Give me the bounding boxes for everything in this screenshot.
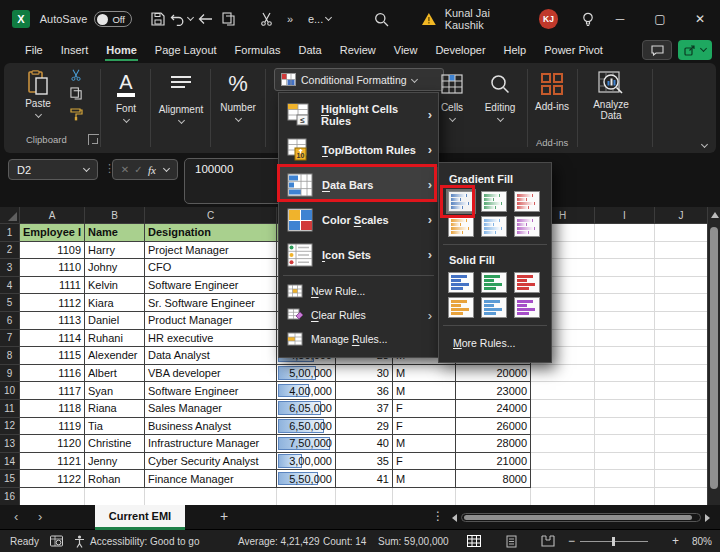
cell-F9[interactable]: M [393, 365, 456, 383]
formula-input[interactable]: 100000 [184, 158, 292, 204]
cell-J16[interactable] [655, 488, 708, 506]
tab-view[interactable]: View [385, 40, 427, 61]
cell-J8[interactable] [655, 347, 708, 365]
cell-E12[interactable]: 29 [336, 418, 393, 436]
cell-I5[interactable] [595, 294, 655, 312]
cell-H11[interactable] [531, 400, 595, 418]
cell-D15[interactable]: 5,50,000 [277, 470, 336, 488]
cell-G16[interactable] [456, 488, 531, 506]
cell-H13[interactable] [531, 435, 595, 453]
row-header-11[interactable]: 11 [0, 400, 20, 418]
cell-F13[interactable]: M [393, 435, 456, 453]
cell-A12[interactable]: 1119 [20, 418, 85, 436]
cell-I3[interactable] [595, 259, 655, 277]
copy-button[interactable] [62, 87, 90, 100]
more-rules-item[interactable]: More Rules... [439, 331, 551, 355]
row-header-10[interactable]: 10 [0, 382, 20, 400]
column-header-B[interactable]: B [85, 207, 145, 224]
tab-insert[interactable]: Insert [52, 40, 98, 61]
sheet-tab-current-emi[interactable]: Current EMI [95, 505, 185, 530]
cell-C13[interactable]: Infrastructure Manager [145, 435, 277, 453]
cell-B5[interactable]: Kiara [85, 294, 145, 312]
cell-E10[interactable]: 36 [336, 382, 393, 400]
format-painter-button[interactable] [62, 107, 90, 121]
avatar[interactable]: KJ [539, 9, 559, 29]
paste-button[interactable]: Paste [16, 68, 60, 117]
cell-E16[interactable] [336, 488, 393, 506]
cell-J7[interactable] [655, 330, 708, 348]
comments-button[interactable] [642, 40, 672, 60]
cell-J6[interactable] [655, 312, 708, 330]
number-group-button[interactable]: % Number [212, 69, 264, 121]
cell-J2[interactable] [655, 242, 708, 260]
cell-B12[interactable]: Tia [85, 418, 145, 436]
search-icon[interactable] [369, 7, 393, 31]
cell-G15[interactable]: 8000 [456, 470, 531, 488]
cell-J9[interactable] [655, 365, 708, 383]
cell-C8[interactable]: Data Analyst [145, 347, 277, 365]
cell-H9[interactable] [531, 365, 595, 383]
cell-J3[interactable] [655, 259, 708, 277]
cell-E15[interactable]: 41 [336, 470, 393, 488]
collapse-ribbon-icon[interactable] [701, 141, 708, 148]
save-icon[interactable] [146, 7, 170, 31]
cell-D10[interactable]: 4,00,000 [277, 382, 336, 400]
back-arrow-icon[interactable] [193, 7, 217, 31]
cell-G13[interactable]: 28000 [456, 435, 531, 453]
cell-B8[interactable]: Alexender [85, 347, 145, 365]
tab-data[interactable]: Data [289, 40, 330, 61]
minimize-button[interactable]: ─ [600, 0, 640, 38]
clipboard-dialog-launcher-icon[interactable] [88, 134, 99, 145]
cell-C14[interactable]: Cyber Security Analyst [145, 453, 277, 471]
solid-data-bar-swatch-3[interactable] [514, 272, 540, 293]
solid-data-bar-swatch-1[interactable] [448, 297, 474, 318]
cell-B7[interactable]: Ruhani [85, 330, 145, 348]
cell-F12[interactable]: F [393, 418, 456, 436]
scroll-right-icon[interactable] [705, 514, 710, 522]
cell-I4[interactable] [595, 277, 655, 295]
gradient-data-bar-swatch-3[interactable] [514, 191, 540, 212]
cut-button[interactable] [62, 69, 90, 81]
menu-item-top-bottom-rules[interactable]: 10 Top/Bottom Rules › [279, 132, 438, 167]
horizontal-scroll-thumb[interactable] [464, 515, 692, 520]
cell-H15[interactable] [531, 470, 595, 488]
tab-review[interactable]: Review [331, 40, 385, 61]
document-title[interactable]: e... [308, 13, 331, 25]
analyze-data-button[interactable]: Analyze Data [582, 69, 640, 121]
cell-J4[interactable] [655, 277, 708, 295]
maximize-button[interactable]: ▢ [640, 0, 680, 38]
cell-D9[interactable]: 5,00,000 [277, 365, 336, 383]
status-average[interactable]: Average: 4,21,429 [238, 530, 320, 552]
user-account[interactable]: Kunal Jai Kaushik KJ [421, 7, 558, 31]
tab-power-pivot[interactable]: Power Pivot [535, 40, 612, 61]
zoom-slider-thumb[interactable] [612, 537, 615, 546]
autosave-toggle[interactable]: Off [94, 11, 132, 27]
tab-page-layout[interactable]: Page Layout [146, 40, 226, 61]
cut-icon[interactable] [255, 7, 279, 31]
cell-I11[interactable] [595, 400, 655, 418]
alignment-group-button[interactable]: Alignment [152, 69, 210, 123]
menu-item-clear-rules[interactable]: Clear Rules › [279, 303, 438, 327]
cell-E11[interactable]: 37 [336, 400, 393, 418]
cell-A15[interactable]: 1122 [20, 470, 85, 488]
cell-I9[interactable] [595, 365, 655, 383]
scroll-left-icon[interactable] [452, 514, 457, 522]
tab-file[interactable]: File [16, 40, 52, 61]
close-button[interactable]: ✕ [680, 0, 720, 38]
column-header-I[interactable]: I [595, 207, 655, 224]
cell-A2[interactable]: 1109 [20, 242, 85, 260]
zoom-out-button[interactable]: − [568, 530, 575, 552]
row-header-7[interactable]: 7 [0, 330, 20, 348]
cell-B4[interactable]: Kelvin [85, 277, 145, 295]
cell-C9[interactable]: VBA developer [145, 365, 277, 383]
row-header-5[interactable]: 5 [0, 294, 20, 312]
cell-C10[interactable]: Software Engineer [145, 382, 277, 400]
next-sheet-icon[interactable]: › [38, 509, 42, 524]
cell-I1[interactable] [595, 224, 655, 242]
cell-C7[interactable]: HR executive [145, 330, 277, 348]
column-header-C[interactable]: C [145, 207, 277, 224]
status-count[interactable]: Count: 14 [323, 530, 366, 552]
cell-C2[interactable]: Project Manager [145, 242, 277, 260]
cell-F10[interactable]: M [393, 382, 456, 400]
cell-J12[interactable] [655, 418, 708, 436]
